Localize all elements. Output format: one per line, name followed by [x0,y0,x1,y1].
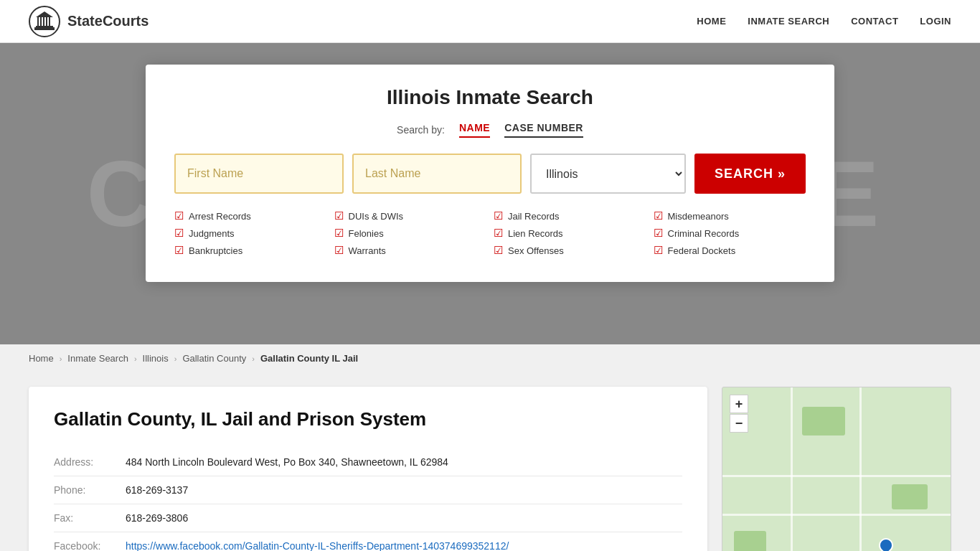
check-icon: ☑ [654,209,663,222]
hero-section: COURTHOUSE Illinois Inmate Search Search… [0,43,980,344]
map-controls: + − [730,395,748,433]
check-felonies: ☑ Felonies [334,227,487,240]
check-label: Judgments [189,228,235,239]
breadcrumb-sep-1: › [60,354,62,363]
facebook-label: Facebook: [54,532,126,552]
detail-title: Gallatin County, IL Jail and Prison Syst… [54,408,682,430]
checklist-grid: ☑ Arrest Records ☑ DUIs & DWIs ☑ Jail Re… [174,209,806,257]
check-icon: ☑ [494,209,503,222]
search-title: Illinois Inmate Search [174,86,806,109]
breadcrumb-gallatin-county[interactable]: Gallatin County [182,353,246,364]
check-label: Misdemeanors [668,211,729,222]
first-name-input[interactable] [174,154,344,194]
nav-home[interactable]: HOME [697,16,726,27]
breadcrumb: Home › Inmate Search › Illinois › Gallat… [0,344,980,372]
check-label: Arrest Records [189,211,251,222]
check-icon: ☑ [494,244,503,257]
search-by-row: Search by: NAME CASE NUMBER [174,122,806,138]
search-button[interactable]: SEARCH » [694,154,806,194]
svg-rect-1 [34,27,55,30]
check-federal-dockets: ☑ Federal Dockets [654,244,806,257]
courthouse-icon [29,6,60,37]
check-label: Criminal Records [668,228,740,239]
nav-contact[interactable]: CONTACT [851,16,898,27]
svg-rect-6 [46,17,47,26]
check-label: Warrants [349,245,386,256]
check-label: Lien Records [508,228,563,239]
check-label: Federal Dockets [668,245,736,256]
facebook-row: Facebook: https://www.facebook.com/Galla… [54,532,682,552]
facebook-value: https://www.facebook.com/Gallatin-County… [126,532,682,552]
check-arrest-records: ☑ Arrest Records [174,209,327,222]
check-sex-offenses: ☑ Sex Offenses [494,244,646,257]
last-name-input[interactable] [352,154,522,194]
search-by-label: Search by: [397,124,445,136]
svg-rect-3 [37,17,39,26]
map-pin [876,535,896,551]
main-nav: HOME INMATE SEARCH CONTACT LOGIN [697,16,951,27]
map-container: + − [722,387,951,551]
phone-row: Phone: 618-269-3137 [54,476,682,504]
check-icon: ☑ [174,209,184,222]
facebook-link[interactable]: https://www.facebook.com/Gallatin-County… [126,540,509,551]
breadcrumb-sep-2: › [134,354,137,363]
map-zoom-out[interactable]: − [730,414,748,433]
nav-login[interactable]: LOGIN [920,16,951,27]
breadcrumb-sep-3: › [174,354,177,363]
site-name: StateCourts [67,13,149,29]
fax-row: Fax: 618-269-3806 [54,504,682,532]
check-misdemeanors: ☑ Misdemeanors [654,209,806,222]
logo-area: StateCourts [29,6,149,37]
fax-label: Fax: [54,504,126,532]
svg-rect-5 [43,17,44,26]
tab-name[interactable]: NAME [459,122,490,138]
svg-marker-8 [36,11,53,17]
check-label: Jail Records [508,211,560,222]
check-label: DUIs & DWIs [349,211,404,222]
breadcrumb-inmate-search[interactable]: Inmate Search [67,353,128,364]
check-label: Sex Offenses [508,245,564,256]
header: StateCourts HOME INMATE SEARCH CONTACT L… [0,0,980,43]
check-icon: ☑ [174,227,184,240]
svg-rect-7 [49,17,50,26]
check-icon: ☑ [654,227,663,240]
check-bankruptcies: ☑ Bankruptcies [174,244,327,257]
content-area: Gallatin County, IL Jail and Prison Syst… [0,372,980,551]
check-warrants: ☑ Warrants [334,244,487,257]
svg-rect-2 [36,26,53,27]
state-select[interactable]: Illinois Alabama Alaska Arizona Californ… [530,154,686,194]
check-judgments: ☑ Judgments [174,227,327,240]
breadcrumb-illinois[interactable]: Illinois [143,353,169,364]
nav-inmate-search[interactable]: INMATE SEARCH [748,16,829,27]
check-label: Felonies [349,228,384,239]
svg-rect-4 [40,17,42,26]
check-lien-records: ☑ Lien Records [494,227,646,240]
check-icon: ☑ [654,244,663,257]
check-icon: ☑ [334,209,344,222]
search-card: Illinois Inmate Search Search by: NAME C… [146,65,834,282]
info-table: Address: 484 North Lincoln Boulevard Wes… [54,448,682,551]
check-jail-records: ☑ Jail Records [494,209,646,222]
address-value: 484 North Lincoln Boulevard West, Po Box… [126,448,682,476]
check-icon: ☑ [334,244,344,257]
tab-case-number[interactable]: CASE NUMBER [504,122,583,138]
address-label: Address: [54,448,126,476]
check-icon: ☑ [494,227,503,240]
breadcrumb-sep-4: › [252,354,255,363]
check-icon: ☑ [334,227,344,240]
check-criminal-records: ☑ Criminal Records [654,227,806,240]
breadcrumb-home[interactable]: Home [29,353,54,364]
check-label: Bankruptcies [189,245,242,256]
map-zoom-in[interactable]: + [730,395,748,413]
phone-value: 618-269-3137 [126,476,682,504]
breadcrumb-current: Gallatin County IL Jail [260,353,358,364]
check-icon: ☑ [174,244,184,257]
fax-value: 618-269-3806 [126,504,682,532]
address-row: Address: 484 North Lincoln Boulevard Wes… [54,448,682,476]
check-duis-dwis: ☑ DUIs & DWIs [334,209,487,222]
detail-card: Gallatin County, IL Jail and Prison Syst… [29,387,707,551]
phone-label: Phone: [54,476,126,504]
search-inputs-row: Illinois Alabama Alaska Arizona Californ… [174,154,806,194]
